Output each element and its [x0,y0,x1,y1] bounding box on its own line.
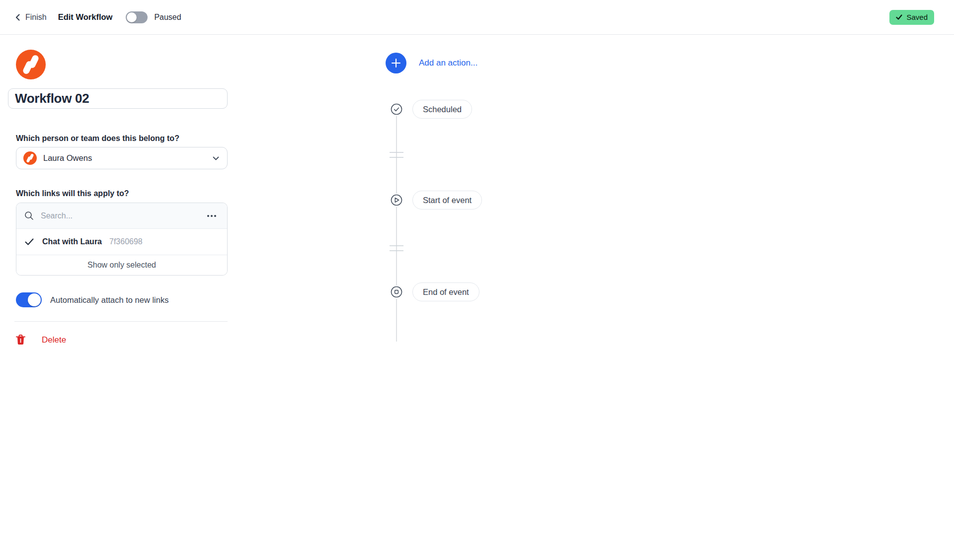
link-code: 7f360698 [109,237,143,246]
auto-attach-row: Automatically attach to new links [16,292,228,307]
selected-check-icon [24,237,34,247]
link-option-row[interactable]: Chat with Laura 7f360698 [16,229,227,255]
links-question-label: Which links will this apply to? [16,189,228,198]
node-pill-start-of-event[interactable]: Start of event [412,191,482,210]
toggle-knob [127,12,137,22]
link-name: Chat with Laura [42,237,102,246]
timeline-rail [386,48,415,360]
toggle-knob [28,293,41,306]
saved-badge: Saved [889,10,934,25]
node-pill-end-of-event[interactable]: End of event [412,282,479,301]
owner-avatar-logo-icon [23,151,37,165]
savvycal-logo-icon [16,50,46,79]
check-circle-icon [392,104,402,115]
divider [14,321,228,322]
play-circle-icon [392,195,402,206]
add-action-label[interactable]: Add an action... [419,57,477,69]
top-bar: Finish Edit Workflow Paused Saved [0,0,954,35]
owner-name: Laura Owens [43,153,92,163]
paused-toggle[interactable] [126,11,148,23]
chevron-down-icon [212,154,220,162]
workflow-settings-panel: Which person or team does this belong to… [8,50,228,345]
chevron-left-icon [14,13,22,21]
auto-attach-toggle[interactable] [16,292,42,307]
more-options-button[interactable] [203,212,220,220]
links-search-input[interactable] [41,211,203,220]
check-icon [896,14,902,20]
stop-circle-icon [392,287,402,297]
page-title: Edit Workflow [58,12,113,22]
node-pill-scheduled[interactable]: Scheduled [412,100,472,119]
paused-label: Paused [154,13,181,22]
trash-icon [16,335,25,345]
search-icon [24,211,34,220]
ellipsis-icon [207,215,209,217]
links-search-row [16,203,227,229]
delete-label: Delete [42,335,66,345]
workflow-timeline: Add an action... Scheduled Start of even… [386,48,535,360]
auto-attach-label: Automatically attach to new links [50,295,168,305]
links-picker: Chat with Laura 7f360698 Show only selec… [16,203,228,276]
workflow-name-input[interactable] [8,88,228,109]
owner-select[interactable]: Laura Owens [16,147,228,169]
owner-question-label: Which person or team does this belong to… [16,134,228,143]
delete-button[interactable]: Delete [16,335,66,345]
show-only-selected-button[interactable]: Show only selected [16,255,227,275]
add-action-button[interactable] [386,53,406,73]
back-button[interactable]: Finish [14,13,47,22]
back-label: Finish [25,13,47,22]
saved-label: Saved [906,13,928,21]
